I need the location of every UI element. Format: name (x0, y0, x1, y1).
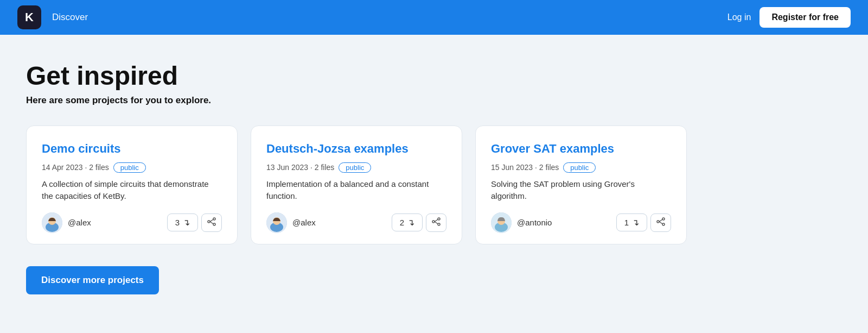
page-title: Get inspired (26, 61, 842, 91)
svg-point-20 (662, 223, 665, 225)
project-card: Grover SAT examples 15 Jun 2023 · 2 file… (475, 125, 687, 244)
fork-button[interactable]: 1 ↴ (616, 213, 647, 231)
card-title[interactable]: Demo circuits (42, 141, 222, 157)
share-button[interactable] (201, 213, 222, 232)
public-badge: public (339, 162, 371, 173)
svg-line-6 (210, 219, 213, 222)
card-meta: 15 Jun 2023 · 2 files public (491, 162, 671, 173)
fork-count: 2 (400, 218, 404, 227)
card-meta: 13 Jun 2023 · 2 files public (266, 162, 446, 173)
cards-row: Demo circuits 14 Apr 2023 · 2 files publ… (26, 125, 842, 244)
card-description: Solving the SAT problem using Grover's a… (491, 178, 671, 203)
username[interactable]: @alex (292, 218, 316, 227)
navbar-left: K Discover (17, 5, 88, 29)
avatar-svg (491, 212, 512, 233)
card-date: 13 Jun 2023 · 2 files (266, 163, 334, 172)
card-meta: 14 Apr 2023 · 2 files public (42, 162, 222, 173)
nav-discover-link[interactable]: Discover (52, 12, 88, 23)
avatar-svg (42, 212, 62, 233)
svg-point-12 (438, 223, 440, 225)
fork-icon: ↴ (407, 217, 414, 228)
user-info: @alex (266, 212, 316, 233)
public-badge: public (113, 162, 146, 173)
share-icon (207, 217, 216, 228)
svg-point-13 (432, 221, 435, 223)
register-button[interactable]: Register for free (760, 7, 851, 28)
svg-point-19 (662, 218, 665, 220)
project-card: Demo circuits 14 Apr 2023 · 2 files publ… (26, 125, 238, 244)
username[interactable]: @antonio (517, 218, 552, 227)
card-footer: @alex 2 ↴ (266, 212, 446, 233)
card-description: Implementation of a balanced and a const… (266, 178, 446, 203)
user-info: @antonio (491, 212, 552, 233)
discover-more-button[interactable]: Discover more projects (26, 266, 159, 294)
svg-line-23 (659, 222, 662, 224)
svg-point-21 (657, 221, 659, 223)
card-actions: 2 ↴ (392, 213, 446, 232)
avatar-svg (266, 212, 287, 233)
fork-count: 3 (175, 218, 180, 227)
fork-button[interactable]: 2 ↴ (392, 213, 423, 231)
public-badge: public (563, 162, 596, 173)
login-button[interactable]: Log in (727, 12, 751, 22)
project-card: Deutsch-Jozsa examples 13 Jun 2023 · 2 f… (251, 125, 462, 244)
svg-point-5 (208, 221, 210, 223)
share-icon (432, 217, 441, 228)
fork-icon: ↴ (632, 217, 639, 228)
card-footer: @alex 3 ↴ (42, 212, 222, 233)
svg-point-3 (213, 218, 215, 220)
avatar (491, 212, 512, 233)
card-description: A collection of simple circuits that dem… (42, 178, 222, 203)
fork-button[interactable]: 3 ↴ (167, 213, 198, 231)
svg-point-4 (213, 223, 215, 225)
page-subtitle: Here are some projects for you to explor… (26, 95, 842, 106)
svg-point-11 (438, 218, 440, 220)
card-date: 14 Apr 2023 · 2 files (42, 163, 109, 172)
card-title[interactable]: Deutsch-Jozsa examples (266, 141, 446, 157)
navbar: K Discover Log in Register for free (0, 0, 868, 35)
share-icon (656, 217, 665, 228)
svg-line-15 (435, 222, 438, 224)
fork-count: 1 (624, 218, 629, 227)
logo[interactable]: K (17, 5, 41, 29)
card-footer: @antonio 1 ↴ (491, 212, 671, 233)
share-button[interactable] (650, 213, 671, 232)
svg-line-14 (435, 219, 438, 222)
svg-line-22 (659, 219, 662, 222)
share-button[interactable] (426, 213, 446, 232)
navbar-right: Log in Register for free (727, 7, 851, 28)
card-actions: 3 ↴ (167, 213, 222, 232)
avatar (266, 212, 287, 233)
card-actions: 1 ↴ (616, 213, 671, 232)
main-content: Get inspired Here are some projects for … (0, 35, 868, 327)
username[interactable]: @alex (68, 218, 91, 227)
card-date: 15 Jun 2023 · 2 files (491, 163, 559, 172)
card-title[interactable]: Grover SAT examples (491, 141, 671, 157)
avatar (42, 212, 62, 233)
fork-icon: ↴ (183, 217, 190, 228)
user-info: @alex (42, 212, 91, 233)
svg-line-7 (210, 222, 213, 224)
